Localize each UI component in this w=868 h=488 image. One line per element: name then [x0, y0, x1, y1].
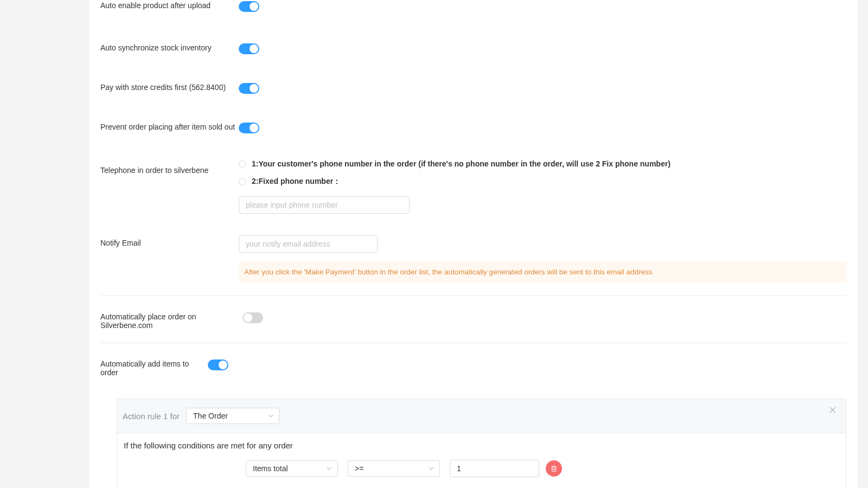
auto-add-toggle[interactable] [208, 359, 228, 370]
chevron-down-icon [429, 467, 434, 470]
telephone-radio-1[interactable] [239, 160, 246, 168]
delete-condition-button[interactable] [546, 460, 562, 477]
telephone-radio-2-label: 2:Fixed phone number： [252, 177, 341, 187]
condition-value-input[interactable] [450, 460, 539, 477]
auto-sync-label: Auto synchronize stock inventory [100, 43, 239, 52]
auto-place-label: Automatically place order on Silverbene.… [100, 312, 242, 330]
condition-field-selected: Items total [253, 464, 288, 473]
notify-email-label: Notify Email [100, 235, 239, 247]
action-rule-panel: Action rule 1 for The Order If the follo… [117, 399, 846, 488]
auto-sync-toggle[interactable] [239, 43, 259, 54]
condition-operator-selected: >= [355, 464, 363, 473]
rule-target-select[interactable]: The Order [186, 408, 279, 424]
auto-add-label: Automatically add items to order [100, 359, 208, 377]
notify-email-hint: After you click the 'Make Payment' butto… [239, 261, 846, 282]
trash-icon [550, 465, 558, 472]
divider [100, 296, 846, 296]
notify-email-input[interactable] [239, 235, 378, 253]
telephone-label: Telephone in order to silverbene [100, 159, 239, 175]
pay-credits-label: Pay with store credits first (562.8400) [100, 83, 239, 92]
condition-operator-select[interactable]: >= [348, 460, 440, 477]
prevent-sold-out-toggle[interactable] [239, 123, 259, 133]
close-icon[interactable] [829, 407, 836, 413]
phone-number-input[interactable] [239, 196, 410, 214]
telephone-radio-1-label: 1:Your customer's phone number in the or… [252, 159, 671, 168]
prevent-sold-out-label: Prevent order placing after item sold ou… [100, 123, 239, 131]
rule-target-selected: The Order [193, 412, 228, 420]
conditions-header: If the following conditions are met for … [124, 441, 839, 450]
condition-field-select[interactable]: Items total [246, 460, 338, 477]
action-rule-title: Action rule 1 for [123, 412, 180, 421]
chevron-down-icon [268, 414, 273, 418]
condition-row: Items total >= [246, 460, 839, 477]
auto-enable-toggle[interactable] [239, 1, 259, 12]
pay-credits-toggle[interactable] [239, 83, 259, 94]
auto-place-toggle[interactable] [242, 312, 263, 323]
chevron-down-icon [327, 467, 332, 470]
auto-enable-label: Auto enable product after upload [100, 1, 239, 10]
telephone-radio-2[interactable] [239, 178, 246, 185]
divider-2 [100, 343, 846, 343]
